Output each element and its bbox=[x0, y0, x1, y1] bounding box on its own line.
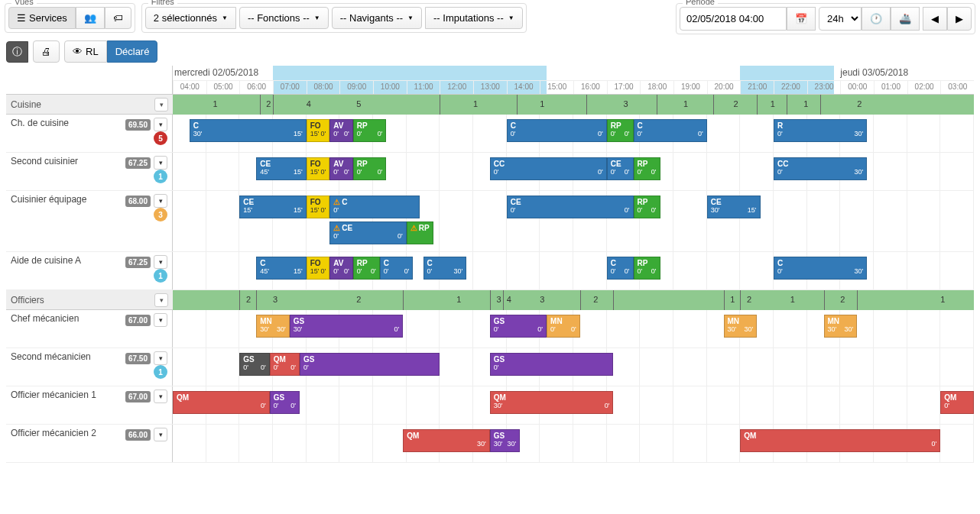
role-dropdown[interactable]: ▾ bbox=[154, 351, 167, 365]
hours-badge: 67.50 bbox=[125, 353, 151, 364]
calendar-icon: 📅 bbox=[795, 13, 807, 24]
schedule-block[interactable]: QM 0' bbox=[173, 391, 270, 414]
section-count: 1 bbox=[473, 99, 478, 108]
group-button[interactable]: 👥 bbox=[76, 7, 105, 29]
schedule-block[interactable]: AV 0'0' bbox=[329, 119, 353, 142]
schedule-block[interactable]: CE 0'0' bbox=[329, 221, 406, 244]
schedule-block[interactable]: CC 0'30' bbox=[774, 157, 867, 180]
schedule-block[interactable]: GS 30'0' bbox=[290, 315, 403, 338]
section-count: 1 bbox=[803, 99, 808, 108]
time-header: 22:00 bbox=[774, 81, 807, 94]
schedule-block[interactable]: C 0'30' bbox=[423, 257, 467, 280]
schedule-block[interactable]: GS 0'0' bbox=[239, 353, 269, 376]
schedule-block[interactable]: RP bbox=[407, 221, 433, 244]
time-header: 21:00 bbox=[740, 81, 774, 94]
schedule-block[interactable]: CE 15'15' bbox=[239, 196, 306, 218]
print-button[interactable]: 🖨 bbox=[33, 40, 60, 63]
schedule-block[interactable]: RP 0'0' bbox=[353, 119, 387, 142]
schedule-block[interactable]: C 0'30' bbox=[774, 257, 867, 280]
schedule-block[interactable]: MN 30'30' bbox=[256, 315, 290, 338]
prev-button[interactable]: ◀ bbox=[923, 7, 947, 31]
services-button[interactable]: ☰ Services bbox=[8, 7, 76, 29]
role-dropdown[interactable]: ▾ bbox=[154, 255, 167, 269]
schedule-block[interactable]: MN 30'30' bbox=[824, 315, 858, 338]
section-count: 3 bbox=[624, 99, 628, 108]
section-dropdown[interactable]: ▾ bbox=[154, 98, 168, 112]
time-header: 16:00 bbox=[573, 81, 607, 94]
schedule-block[interactable]: C 0' bbox=[329, 196, 420, 218]
imputations-dropdown[interactable]: -- Imputations --▼ bbox=[425, 7, 523, 29]
schedule-block[interactable]: RP 0'0' bbox=[634, 257, 660, 280]
schedule-block[interactable]: RP 0'0' bbox=[607, 119, 634, 142]
schedule-block[interactable]: C 0'0' bbox=[507, 119, 607, 142]
range-select[interactable]: 24h bbox=[819, 7, 862, 31]
clock-button[interactable]: 🕐 bbox=[862, 7, 891, 31]
schedule-block[interactable]: C 45'15' bbox=[256, 257, 307, 280]
section-dropdown[interactable]: ▾ bbox=[154, 293, 168, 307]
schedule-block[interactable]: RP 0'0' bbox=[353, 157, 387, 180]
role-dropdown[interactable]: ▾ bbox=[154, 194, 167, 208]
schedule-block[interactable]: QM 30' bbox=[403, 429, 490, 452]
time-header: 11:00 bbox=[407, 81, 440, 94]
schedule-block[interactable]: C 30'15' bbox=[190, 119, 307, 142]
schedule-block[interactable]: GS 0'0' bbox=[490, 315, 547, 338]
info-button[interactable]: ⓘ bbox=[6, 41, 28, 63]
schedule-block[interactable]: CE 30'15' bbox=[707, 196, 761, 218]
schedule-block[interactable]: QM 30'0' bbox=[490, 391, 614, 414]
schedule-block[interactable]: CC 0'0' bbox=[490, 157, 607, 180]
schedule-block[interactable]: MN 30'30' bbox=[724, 315, 758, 338]
schedule-block[interactable]: QM 0'0' bbox=[270, 353, 300, 376]
chevron-down-icon: ▼ bbox=[407, 15, 414, 21]
schedule-block[interactable]: FO 15'0' bbox=[307, 157, 330, 180]
section-count: 3 bbox=[540, 295, 544, 304]
schedule-block[interactable]: FO 15'0' bbox=[307, 257, 330, 280]
section-count: 3 bbox=[273, 295, 277, 304]
rl-button[interactable]: 👁 RL bbox=[64, 40, 107, 63]
schedule-block[interactable]: C 0'0' bbox=[607, 257, 634, 280]
declare-button[interactable]: Déclaré bbox=[107, 40, 158, 63]
calendar-button[interactable]: 📅 bbox=[787, 7, 816, 31]
count-badge: 3 bbox=[154, 208, 167, 221]
schedule-block[interactable]: RP 0'0' bbox=[634, 157, 660, 180]
schedule-block[interactable]: GS 0'0' bbox=[270, 391, 300, 414]
fonctions-dropdown[interactable]: -- Fonctions --▼ bbox=[239, 7, 329, 29]
schedule-block[interactable]: CE 0'0' bbox=[607, 157, 634, 180]
schedule-block[interactable]: CE 45'15' bbox=[256, 157, 307, 180]
schedule-block[interactable]: FO 15'0' bbox=[307, 196, 330, 218]
section-summary-bar: 2321343212121 bbox=[173, 290, 974, 310]
schedule-block[interactable]: R 0'30' bbox=[774, 119, 867, 142]
clock-icon: 🕐 bbox=[870, 13, 882, 24]
schedule-block[interactable]: C 0'0' bbox=[634, 119, 707, 142]
schedule-block[interactable]: RP 0'0' bbox=[634, 196, 660, 218]
role-dropdown[interactable]: ▾ bbox=[154, 390, 167, 403]
selection-dropdown[interactable]: 2 sélectionnés▼ bbox=[145, 7, 236, 29]
time-header: 17:00 bbox=[607, 81, 641, 94]
navigants-dropdown[interactable]: -- Navigants --▼ bbox=[332, 7, 422, 29]
schedule-block[interactable]: QM 0' bbox=[940, 391, 974, 414]
section-count: 2 bbox=[747, 295, 751, 304]
section-count: 2 bbox=[734, 99, 738, 108]
tag-button[interactable]: 🏷 bbox=[105, 7, 131, 29]
ship-button[interactable]: 🚢 bbox=[891, 7, 920, 31]
hours-badge: 67.00 bbox=[125, 391, 151, 402]
next-button[interactable]: ▶ bbox=[947, 7, 972, 31]
date-input[interactable] bbox=[680, 7, 787, 31]
section-count: 2 bbox=[356, 295, 361, 304]
schedule-block[interactable]: GS 0' bbox=[300, 353, 440, 376]
periode-panel: Période 📅 24h 🕐 🚢 ◀ ▶ bbox=[676, 3, 975, 34]
role-dropdown[interactable]: ▾ bbox=[154, 156, 167, 170]
schedule-block[interactable]: GS 0' bbox=[490, 353, 614, 376]
schedule-block[interactable]: FO 15'0' bbox=[307, 119, 330, 142]
schedule-block[interactable]: AV 0'0' bbox=[329, 157, 353, 180]
schedule-block[interactable]: AV 0'0' bbox=[329, 257, 353, 280]
schedule-block[interactable]: MN 0'0' bbox=[547, 315, 580, 338]
count-badge: 1 bbox=[154, 170, 167, 183]
schedule-block[interactable]: C 0'0' bbox=[380, 257, 414, 280]
schedule-block[interactable]: RP 0'0' bbox=[353, 257, 380, 280]
schedule-block[interactable]: CE 0'0' bbox=[507, 196, 634, 218]
role-dropdown[interactable]: ▾ bbox=[154, 313, 167, 327]
schedule-block[interactable]: QM 0' bbox=[740, 429, 940, 452]
role-dropdown[interactable]: ▾ bbox=[154, 118, 167, 131]
schedule-block[interactable]: GS 30'30' bbox=[490, 429, 520, 452]
role-dropdown[interactable]: ▾ bbox=[154, 428, 167, 441]
